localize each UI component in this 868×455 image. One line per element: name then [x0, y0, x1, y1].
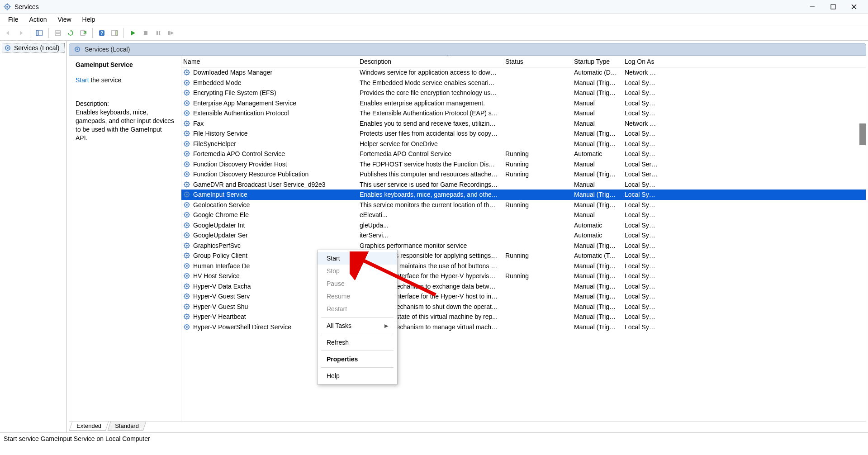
minimize-button[interactable] — [802, 0, 823, 14]
ctx-help[interactable]: Help — [318, 370, 397, 382]
maximize-button[interactable] — [823, 0, 844, 14]
refresh-button[interactable] — [65, 28, 76, 38]
gear-icon — [183, 313, 190, 320]
service-row[interactable]: Extensible Authentication ProtocolThe Ex… — [181, 108, 866, 118]
svg-line-217 — [189, 253, 190, 254]
service-row[interactable]: Encrypting File System (EFS)Provides the… — [181, 88, 866, 98]
action-pane-button[interactable] — [109, 28, 120, 38]
properties-button[interactable] — [52, 28, 63, 38]
help-button[interactable]: ? — [96, 28, 107, 38]
ctx-restart[interactable]: Restart — [318, 303, 397, 315]
service-row[interactable]: Enterprise App Management ServiceEnables… — [181, 98, 866, 109]
service-row[interactable]: GoogleUpdater SeriterServi...AutomaticLo… — [181, 230, 866, 241]
ctx-pause[interactable]: Pause — [318, 277, 397, 290]
tree-root-services-local[interactable]: Services (Local) — [2, 43, 65, 53]
gear-icon — [183, 211, 190, 218]
service-logon-cell: Local System — [621, 140, 662, 147]
ctx-stop[interactable]: Stop — [318, 265, 397, 277]
service-row[interactable]: Function Discovery Resource PublicationP… — [181, 169, 866, 180]
menu-view[interactable]: View — [52, 14, 76, 24]
gear-icon — [183, 130, 190, 137]
start-service-button[interactable] — [128, 28, 138, 38]
column-header-log-on-as[interactable]: Log On As — [621, 57, 662, 66]
service-row[interactable]: GraphicsPerfSvcGraphics performance moni… — [181, 241, 866, 251]
menu-help[interactable]: Help — [77, 14, 101, 24]
svg-line-55 — [189, 95, 190, 95]
service-name-text: GraphicsPerfSvc — [193, 242, 241, 249]
service-desc-cell: iterServi... — [356, 232, 502, 239]
menu-file[interactable]: File — [3, 14, 24, 24]
ctx-refresh[interactable]: Refresh — [318, 336, 397, 349]
service-name-cell: Enterprise App Management Service — [181, 100, 356, 107]
ctx-all-tasks[interactable]: All Tasks▶ — [318, 319, 397, 332]
svg-line-206 — [185, 247, 185, 248]
service-logon-cell: Local System — [621, 89, 662, 96]
forward-button[interactable] — [15, 28, 26, 38]
service-name-cell: FileSyncHelper — [181, 140, 356, 147]
service-row[interactable]: Google Chrome EleeElevati...ManualLocal … — [181, 210, 866, 220]
export-list-button[interactable] — [78, 28, 89, 38]
service-logon-cell: Local System — [621, 303, 662, 310]
ctx-properties[interactable]: Properties — [318, 353, 397, 365]
svg-line-57 — [189, 90, 190, 91]
service-row[interactable]: GoogleUpdater IntgleUpda...AutomaticLoca… — [181, 220, 866, 231]
service-logon-cell: Local System — [621, 211, 662, 218]
column-header-description[interactable]: Description — [356, 57, 502, 66]
toolbar-separator — [123, 28, 124, 38]
back-button[interactable] — [3, 28, 14, 38]
service-row[interactable]: GameDVR and Broadcast User Service_d92e3… — [181, 180, 866, 190]
menu-action[interactable]: Action — [24, 14, 52, 24]
stop-service-button[interactable] — [140, 28, 151, 38]
ctx-resume[interactable]: Resume — [318, 290, 397, 303]
service-row[interactable]: FileSyncHelperHelper service for OneDriv… — [181, 139, 866, 149]
service-row[interactable]: FaxEnables you to send and receive faxes… — [181, 118, 866, 129]
service-logon-cell: Network Se... — [621, 69, 662, 76]
svg-line-66 — [185, 104, 185, 105]
service-row[interactable]: File History ServiceProtects user files … — [181, 128, 866, 139]
service-row[interactable]: Embedded ModeThe Embedded Mode service e… — [181, 78, 866, 88]
service-row[interactable]: Human Interface DeActivates and maintain… — [181, 261, 866, 271]
service-row[interactable]: GameInput ServiceEnables keyboards, mice… — [181, 190, 866, 200]
service-row[interactable]: Downloaded Maps ManagerWindows service f… — [181, 67, 866, 78]
svg-line-65 — [189, 104, 190, 105]
svg-line-187 — [189, 223, 190, 224]
service-name-text: Extensible Authentication Protocol — [193, 109, 289, 117]
service-row[interactable]: Hyper-V PowerShell Direct ServiceProvide… — [181, 322, 866, 332]
main-area: Services (Local) Services (Local) GameIn… — [0, 41, 868, 432]
service-startup-cell: Manual (Trigg... — [570, 313, 621, 320]
service-logon-cell: Local System — [621, 272, 662, 280]
service-name-text: Google Chrome Ele — [193, 211, 249, 218]
service-row[interactable]: HV Host ServiceProvides an interface for… — [181, 271, 866, 281]
list-body[interactable]: Downloaded Maps ManagerWindows service f… — [181, 67, 866, 421]
svg-line-216 — [185, 257, 185, 258]
svg-line-185 — [189, 227, 190, 228]
svg-line-124 — [185, 162, 185, 163]
tab-extended[interactable]: Extended — [69, 422, 109, 431]
tab-standard[interactable]: Standard — [108, 422, 146, 431]
service-logon-cell: Local System — [621, 100, 662, 107]
service-row[interactable]: Hyper-V Guest ServProvides an interface … — [181, 291, 866, 302]
ctx-start[interactable]: Start — [318, 252, 397, 265]
svg-line-195 — [189, 237, 190, 238]
service-row[interactable]: Hyper-V Guest ShuProvides a mechanism to… — [181, 302, 866, 312]
service-startup-cell: Manual — [570, 211, 621, 218]
service-name-text: GameDVR and Broadcast User Service_d92e3 — [193, 181, 326, 188]
pause-service-button[interactable] — [153, 28, 164, 38]
column-header-name[interactable]: Name — [181, 57, 356, 66]
scrollbar-thumb[interactable] — [859, 123, 866, 145]
svg-line-144 — [185, 182, 185, 183]
restart-service-button[interactable] — [166, 28, 176, 38]
start-service-link[interactable]: Start — [76, 76, 89, 84]
service-row[interactable]: Hyper-V HeartbeatMonitors the state of t… — [181, 312, 866, 322]
svg-line-54 — [185, 90, 185, 91]
show-hide-tree-button[interactable] — [34, 28, 45, 38]
service-row[interactable]: Function Discovery Provider HostThe FDPH… — [181, 159, 866, 170]
service-row[interactable]: Hyper-V Data ExchaProvides a mechanism t… — [181, 281, 866, 292]
service-row[interactable]: Group Policy ClientThe service is respon… — [181, 251, 866, 261]
service-row[interactable]: Fortemedia APO Control ServiceFortemedia… — [181, 149, 866, 159]
close-button[interactable] — [844, 0, 864, 14]
column-header-status[interactable]: Status — [502, 57, 570, 66]
service-desc-cell: The Embedded Mode service enables scenar… — [356, 79, 502, 86]
column-header-startup-type[interactable]: Startup Type — [570, 57, 621, 66]
service-row[interactable]: Geolocation ServiceThis service monitors… — [181, 200, 866, 210]
